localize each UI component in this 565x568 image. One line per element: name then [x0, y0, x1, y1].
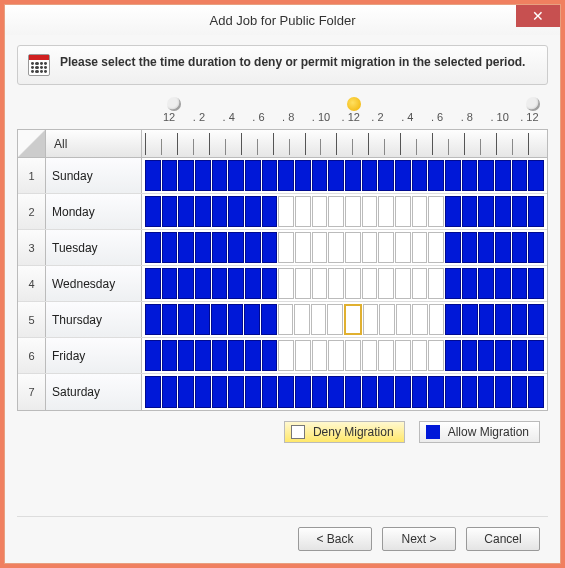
time-slot[interactable] — [245, 376, 261, 408]
time-slot[interactable] — [345, 160, 361, 191]
time-slot[interactable] — [244, 304, 260, 335]
time-slot[interactable] — [278, 340, 294, 371]
time-slot[interactable] — [262, 160, 278, 191]
day-number[interactable]: 4 — [18, 266, 46, 301]
time-slot[interactable] — [495, 304, 511, 335]
day-number[interactable]: 1 — [18, 158, 46, 193]
time-slot[interactable] — [462, 376, 478, 408]
time-slot[interactable] — [162, 376, 178, 408]
time-slot[interactable] — [245, 160, 261, 191]
time-slot[interactable] — [212, 196, 228, 227]
time-slot[interactable] — [412, 160, 428, 191]
time-slot[interactable] — [262, 268, 278, 299]
time-slot[interactable] — [378, 376, 394, 408]
legend-allow[interactable]: Allow Migration — [419, 421, 540, 443]
time-slot[interactable] — [495, 196, 511, 227]
time-slot[interactable] — [245, 232, 261, 263]
time-slot[interactable] — [495, 268, 511, 299]
time-slot[interactable] — [362, 340, 378, 371]
time-slot[interactable] — [328, 160, 344, 191]
time-slot[interactable] — [478, 196, 494, 227]
all-cell[interactable]: All — [46, 130, 142, 157]
time-slot[interactable] — [428, 340, 444, 371]
time-slot[interactable] — [228, 340, 244, 371]
time-slot[interactable] — [528, 268, 544, 299]
time-slot[interactable] — [512, 304, 528, 335]
time-slot[interactable] — [512, 232, 528, 263]
time-slot[interactable] — [262, 232, 278, 263]
time-slot[interactable] — [412, 268, 428, 299]
time-slot[interactable] — [211, 304, 227, 335]
time-slot[interactable] — [312, 376, 328, 408]
time-slot[interactable] — [228, 304, 244, 335]
time-slot[interactable] — [344, 304, 362, 335]
time-slot[interactable] — [195, 196, 211, 227]
time-slot[interactable] — [178, 232, 194, 263]
time-slot[interactable] — [428, 196, 444, 227]
time-slot[interactable] — [462, 340, 478, 371]
legend-deny[interactable]: Deny Migration — [284, 421, 405, 443]
time-slot[interactable] — [395, 160, 411, 191]
time-slot[interactable] — [378, 232, 394, 263]
day-number[interactable]: 6 — [18, 338, 46, 373]
time-slot[interactable] — [228, 376, 244, 408]
time-slot[interactable] — [195, 340, 211, 371]
time-slot[interactable] — [328, 340, 344, 371]
time-slot[interactable] — [478, 376, 494, 408]
time-slot[interactable] — [228, 160, 244, 191]
close-button[interactable]: ✕ — [516, 5, 560, 27]
day-number[interactable]: 5 — [18, 302, 46, 337]
time-slot[interactable] — [278, 232, 294, 263]
time-slot[interactable] — [378, 268, 394, 299]
time-slot[interactable] — [478, 160, 494, 191]
time-slot[interactable] — [145, 376, 161, 408]
time-slot[interactable] — [328, 232, 344, 263]
time-slot[interactable] — [528, 160, 544, 191]
time-slot[interactable] — [312, 268, 328, 299]
time-slot[interactable] — [145, 340, 161, 371]
time-slot[interactable] — [495, 376, 511, 408]
day-name[interactable]: Wednesday — [46, 266, 142, 301]
time-slot[interactable] — [212, 268, 228, 299]
day-number[interactable]: 2 — [18, 194, 46, 229]
time-slot[interactable] — [462, 160, 478, 191]
time-slot[interactable] — [162, 268, 178, 299]
time-slot[interactable] — [462, 268, 478, 299]
hour-ticks[interactable] — [142, 130, 547, 157]
time-slot[interactable] — [395, 376, 411, 408]
time-slot[interactable] — [528, 304, 544, 335]
time-slot[interactable] — [262, 196, 278, 227]
time-slot[interactable] — [195, 232, 211, 263]
time-slot[interactable] — [312, 160, 328, 191]
time-slot[interactable] — [327, 304, 343, 335]
time-slot[interactable] — [162, 232, 178, 263]
day-name[interactable]: Monday — [46, 194, 142, 229]
time-slot[interactable] — [362, 196, 378, 227]
time-slot[interactable] — [512, 196, 528, 227]
time-slot[interactable] — [311, 304, 327, 335]
next-button[interactable]: Next > — [382, 527, 456, 551]
time-slot[interactable] — [145, 304, 161, 335]
time-slot[interactable] — [445, 376, 461, 408]
day-number[interactable]: 7 — [18, 374, 46, 410]
time-slot[interactable] — [445, 232, 461, 263]
time-slot[interactable] — [412, 232, 428, 263]
day-name[interactable]: Tuesday — [46, 230, 142, 265]
time-slot[interactable] — [145, 268, 161, 299]
time-slot[interactable] — [262, 340, 278, 371]
time-slot[interactable] — [429, 304, 445, 335]
time-slot[interactable] — [495, 160, 511, 191]
time-slot[interactable] — [195, 160, 211, 191]
day-name[interactable]: Sunday — [46, 158, 142, 193]
time-slot[interactable] — [261, 304, 277, 335]
time-slot[interactable] — [295, 376, 311, 408]
time-slot[interactable] — [512, 340, 528, 371]
time-slot[interactable] — [379, 304, 395, 335]
time-slot[interactable] — [395, 268, 411, 299]
time-slot[interactable] — [178, 268, 194, 299]
time-slot[interactable] — [412, 340, 428, 371]
time-slot[interactable] — [412, 196, 428, 227]
day-name[interactable]: Friday — [46, 338, 142, 373]
time-slot[interactable] — [495, 232, 511, 263]
time-slot[interactable] — [445, 268, 461, 299]
